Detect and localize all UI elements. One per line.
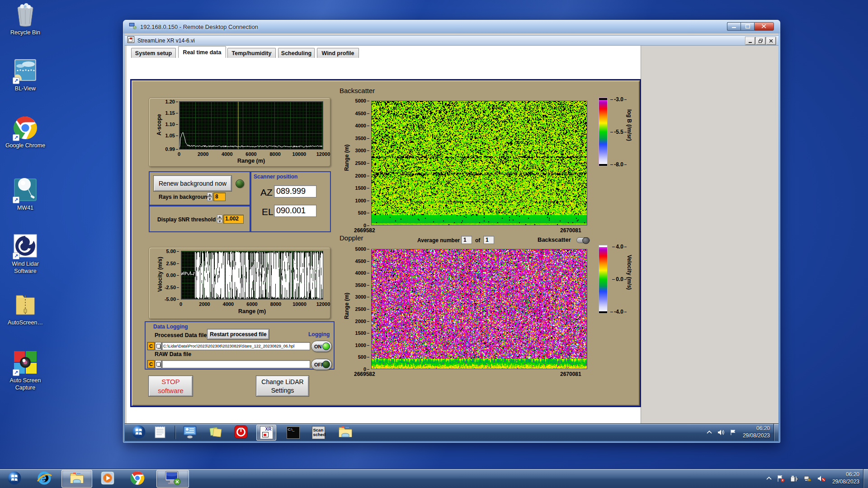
app-minimize-button[interactable] bbox=[745, 37, 755, 45]
snr-spinner[interactable] bbox=[217, 215, 222, 224]
desktop-icon-google-chrome[interactable]: ↗Google Chrome bbox=[2, 116, 49, 150]
rdp-computer-icon bbox=[128, 22, 137, 31]
desktop-icon-autoscreen-zip[interactable]: AutoScreen… bbox=[2, 293, 49, 327]
raw-drive-box[interactable]: C bbox=[147, 360, 155, 368]
taskbar-button-start[interactable] bbox=[129, 425, 149, 441]
colorbar-tick-label: 4.0 bbox=[612, 244, 627, 250]
taskbar-display-settings-icon bbox=[183, 425, 197, 441]
taskbar-button-chrome[interactable] bbox=[126, 470, 149, 488]
taskbar-button-internet-explorer[interactable]: e bbox=[33, 470, 56, 488]
doppler-section-title: Doppler bbox=[340, 234, 363, 242]
backscatter-heatmap[interactable] bbox=[372, 101, 587, 225]
desktop-icon-wind-lidar-software[interactable]: ↗Wind Lidar Software bbox=[2, 234, 49, 275]
app-titlebar[interactable]: StreamLine XR v14-6.vi bbox=[125, 35, 778, 46]
taskbar-sticky-notes-icon bbox=[209, 425, 222, 441]
shortcut-arrow-icon: ↗ bbox=[13, 134, 19, 141]
speaker-icon[interactable] bbox=[717, 429, 725, 436]
shortcut-arrow-icon: ↗ bbox=[13, 77, 19, 84]
tray-show-hidden-icon[interactable] bbox=[707, 431, 712, 434]
raw-path-field[interactable] bbox=[162, 360, 310, 368]
taskbar-button-command-prompt[interactable]: C:\_ bbox=[283, 425, 303, 441]
tab-wind-profile[interactable]: Wind profile bbox=[317, 48, 359, 58]
y-tick-label: 5000 bbox=[355, 246, 369, 252]
processed-drive-box[interactable]: C bbox=[147, 342, 155, 350]
taskbar-button-sticky-notes[interactable] bbox=[206, 425, 226, 441]
vi-front-panel: System setupReal time dataTemp/humidityS… bbox=[127, 46, 641, 423]
desktop-icon-recycle-bin[interactable]: Recycle Bin bbox=[2, 3, 49, 37]
change-lidar-settings-button[interactable]: Change LiDAR Settings bbox=[256, 376, 309, 396]
remote-clock[interactable]: 06:20 29/08/2023 bbox=[743, 425, 770, 439]
power-battery-icon[interactable] bbox=[790, 475, 798, 482]
snr-value-field[interactable]: 1.002 bbox=[223, 215, 244, 224]
taskbar-button-media-player[interactable] bbox=[96, 470, 119, 488]
average-total-field[interactable]: 1 bbox=[483, 236, 494, 244]
app-restore-button[interactable] bbox=[756, 37, 765, 45]
tab-temp-humidity[interactable]: Temp/humidity bbox=[227, 48, 276, 58]
raw-data-file-label: RAW Data file bbox=[155, 351, 191, 357]
renew-background-button[interactable]: Renew background now bbox=[154, 176, 231, 191]
taskbar-button-windows-explorer[interactable] bbox=[61, 470, 92, 488]
tray-show-hidden-icon[interactable] bbox=[766, 477, 772, 480]
tab-real-time-data[interactable]: Real time data bbox=[178, 46, 226, 58]
labview-vi-icon bbox=[127, 36, 134, 45]
tab-scheduling[interactable]: Scheduling bbox=[278, 48, 315, 58]
action-center-flag-icon[interactable] bbox=[730, 429, 736, 436]
processed-path-field[interactable]: C:\Lidar\Data\Proc\2023\202308\20230829\… bbox=[162, 342, 310, 350]
backscatter-display-toggle[interactable] bbox=[576, 237, 590, 243]
network-warning-icon[interactable] bbox=[804, 475, 812, 482]
desktop-icon-bl-view[interactable]: ↗BL-View bbox=[2, 59, 49, 93]
stop-button-line1: STOP bbox=[161, 377, 180, 386]
taskbar-button-stop-app[interactable] bbox=[231, 425, 251, 441]
desktop-icon-label: Wind Lidar Software bbox=[2, 261, 49, 275]
host-clock[interactable]: 06:20 29/08/2023 bbox=[832, 471, 859, 485]
desktop-icon-auto-screen-capture[interactable]: ↗Auto Screen Capture bbox=[2, 351, 49, 391]
velocity-plot[interactable] bbox=[181, 251, 323, 299]
y-tick-label: 4000 bbox=[355, 123, 369, 128]
remote-clock-time: 06:20 bbox=[743, 425, 770, 432]
raw-logging-toggle[interactable]: OFF bbox=[311, 359, 332, 370]
host-show-desktop-button[interactable] bbox=[863, 469, 868, 488]
y-tick-label: 1.05 bbox=[165, 133, 178, 138]
rdp-titlebar[interactable]: 192.168.0.150 - Remote Desktop Connectio… bbox=[123, 20, 780, 33]
desktop-icon-mw41[interactable]: ↗MW41 bbox=[2, 178, 49, 212]
ascope-plot[interactable] bbox=[179, 102, 323, 149]
taskbar-button-notepad[interactable] bbox=[150, 425, 170, 441]
rays-value-field[interactable]: 8 bbox=[213, 192, 226, 201]
rdp-maximize-button[interactable] bbox=[741, 22, 754, 31]
stop-software-button[interactable]: STOP software bbox=[149, 376, 193, 396]
doppler-heatmap[interactable] bbox=[372, 249, 587, 369]
action-center-flag-error-icon[interactable] bbox=[777, 475, 785, 482]
average-number-field[interactable]: 1 bbox=[461, 236, 472, 244]
taskbar-button-streamline-xr[interactable]: XR bbox=[256, 425, 276, 441]
on-label: ON bbox=[314, 344, 322, 349]
app-close-button[interactable] bbox=[766, 37, 776, 45]
rdp-close-button[interactable] bbox=[754, 22, 774, 31]
processed-browse-icon[interactable] bbox=[155, 342, 161, 350]
scan-scheduler-icon: Scansched bbox=[312, 426, 325, 439]
taskbar-button-remote-desktop[interactable] bbox=[156, 470, 189, 488]
taskbar-chrome-icon bbox=[130, 471, 145, 487]
velocity-x-axis-label: Range (m) bbox=[181, 308, 323, 314]
restart-processed-file-button[interactable]: Restart processed file bbox=[208, 329, 269, 339]
taskbar-notepad-icon bbox=[154, 425, 166, 441]
settings-button-line1: Change LiDAR bbox=[261, 378, 303, 386]
remote-clock-date: 29/08/2023 bbox=[743, 432, 770, 440]
rays-spinner[interactable] bbox=[207, 192, 212, 202]
y-tick-label: 3500 bbox=[355, 136, 369, 141]
az-value-field: 089.999 bbox=[274, 185, 316, 197]
taskbar-button-scan-scheduler[interactable]: Scansched bbox=[308, 425, 328, 441]
tab-system-setup[interactable]: System setup bbox=[131, 48, 176, 58]
backscatter-toggle-label: Backscatter bbox=[538, 236, 571, 243]
x-tick-label: 12000 bbox=[316, 301, 330, 307]
x-tick-label: 6000 bbox=[245, 151, 256, 157]
rdp-minimize-button[interactable] bbox=[727, 22, 741, 31]
speaker-muted-icon[interactable] bbox=[817, 475, 826, 482]
x-tick-label: 4000 bbox=[222, 151, 232, 157]
doppler-x-end-label: 2670081 bbox=[560, 371, 581, 377]
raw-browse-icon[interactable] bbox=[155, 360, 161, 368]
processed-logging-toggle[interactable]: ON bbox=[311, 341, 332, 352]
remote-show-desktop-button[interactable] bbox=[774, 424, 778, 441]
taskbar-button-explorer-folder[interactable] bbox=[335, 425, 355, 441]
taskbar-button-display-settings[interactable] bbox=[180, 425, 200, 441]
taskbar-button-start[interactable] bbox=[4, 470, 25, 488]
